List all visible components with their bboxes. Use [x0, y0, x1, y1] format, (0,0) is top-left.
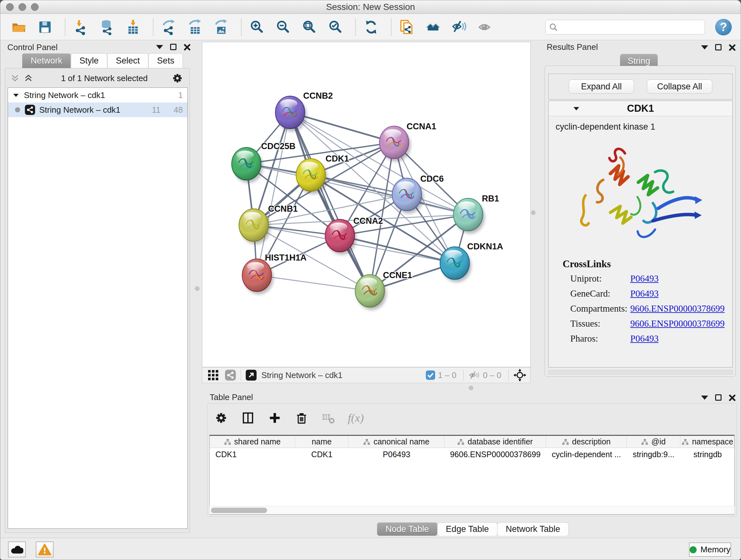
gene-section-header[interactable]: CDK1	[549, 101, 732, 116]
network-row[interactable]: String Network – cdk1 11 48	[8, 103, 187, 117]
tab-network[interactable]: Network	[22, 53, 71, 68]
save-session-icon[interactable]	[36, 18, 54, 36]
table-horizontal-scrollbar[interactable]	[209, 506, 735, 514]
application-window: Session: New Session	[0, 0, 741, 560]
node-label-CDC25B: CDC25B	[261, 141, 295, 151]
collapse-all-icon[interactable]	[11, 74, 19, 82]
toolbar-separator	[463, 369, 464, 381]
import-table-icon[interactable]	[124, 18, 142, 36]
node-label-CCNE1: CCNE1	[383, 270, 412, 280]
table-row[interactable]: CDK1CDK1P064939606.ENSP00000378699cyclin…	[210, 448, 734, 461]
warnings-button[interactable]	[36, 542, 54, 557]
zoom-out-icon[interactable]	[274, 18, 292, 36]
create-column-icon[interactable]	[267, 411, 282, 425]
pharos-link[interactable]: P06493	[630, 333, 659, 344]
tissues-link[interactable]: 9606.ENSP00000378699	[630, 318, 725, 329]
network-collection-row[interactable]: String Network – cdk1 1	[8, 88, 187, 103]
search-input[interactable]	[558, 22, 698, 32]
column-type-icon	[562, 439, 569, 445]
string-view-icon[interactable]	[225, 369, 236, 381]
apply-layout-icon[interactable]	[362, 18, 380, 36]
open-in-window-icon[interactable]	[246, 369, 257, 381]
grid-view-icon[interactable]	[207, 369, 219, 381]
zoom-in-icon[interactable]	[248, 18, 266, 36]
tab-select[interactable]: Select	[107, 53, 148, 68]
bottom-splitter-handle[interactable]	[469, 386, 473, 390]
export-network-icon[interactable]	[160, 18, 178, 36]
panel-menu-icon[interactable]	[701, 45, 708, 50]
panel-float-icon[interactable]	[170, 44, 177, 50]
expand-all-icon[interactable]	[24, 74, 32, 82]
tab-network-table[interactable]: Network Table	[497, 522, 569, 536]
zoom-fit-icon[interactable]	[300, 18, 318, 36]
tab-sets[interactable]: Sets	[148, 53, 183, 68]
right-splitter-handle[interactable]	[531, 210, 536, 215]
function-builder-icon[interactable]: f(x)	[348, 411, 364, 425]
panel-float-icon[interactable]	[715, 44, 722, 51]
cell-description: cyclin-dependent ...	[546, 448, 627, 461]
column-header--id[interactable]: @id	[627, 436, 680, 448]
cell-shared-name: CDK1	[210, 448, 295, 461]
network-view[interactable]: CCNB2CCNA1CDC25BCDK1CDC6RB1CCNB1CCNA2CDK…	[202, 42, 531, 367]
panel-menu-icon[interactable]	[156, 45, 163, 49]
memory-button[interactable]: Memory	[689, 543, 731, 557]
title-bar: Session: New Session	[0, 0, 741, 14]
birds-eye-icon[interactable]	[513, 368, 527, 382]
results-scroll-strip[interactable]	[548, 370, 733, 374]
expand-all-button[interactable]: Expand All	[569, 79, 634, 94]
selected-checkbox-icon[interactable]	[426, 370, 435, 380]
scrollbar-thumb[interactable]	[211, 508, 267, 513]
hidden-eye-icon[interactable]	[468, 370, 480, 380]
tab-style[interactable]: Style	[71, 53, 107, 68]
network-canvas[interactable]: CCNB2CCNA1CDC25BCDK1CDC6RB1CCNB1CCNA2CDK…	[202, 42, 530, 367]
control-panel: Control Panel Network Style Select Sets …	[3, 42, 191, 534]
compartments-link[interactable]: 9606.ENSP00000378699	[630, 303, 725, 314]
node-label-CDK1: CDK1	[326, 154, 349, 164]
first-neighbors-icon[interactable]	[424, 18, 442, 36]
delete-table-icon[interactable]	[321, 411, 336, 425]
export-table-icon[interactable]	[186, 18, 204, 36]
tab-node-table[interactable]: Node Table	[377, 522, 437, 536]
column-header-shared-name[interactable]: shared name	[210, 436, 295, 448]
table-settings-gear-icon[interactable]	[214, 411, 228, 425]
panel-close-icon[interactable]	[729, 394, 735, 401]
memory-status-dot	[690, 546, 697, 553]
column-header-canonical-name[interactable]: canonical name	[348, 436, 445, 448]
new-network-from-selection-icon[interactable]	[398, 18, 416, 36]
column-header-database-identifier[interactable]: database identifier	[445, 436, 546, 448]
panel-close-icon[interactable]	[729, 44, 735, 51]
genecard-link[interactable]: P06493	[630, 288, 659, 299]
hide-selected-icon[interactable]	[450, 18, 468, 36]
gear-icon[interactable]	[171, 72, 184, 84]
left-splitter-handle[interactable]	[195, 287, 199, 291]
panel-float-icon[interactable]	[715, 394, 722, 401]
panel-close-icon[interactable]	[184, 44, 190, 50]
tree-expand-icon[interactable]	[13, 94, 19, 97]
show-columns-icon[interactable]	[241, 411, 255, 425]
column-header-name[interactable]: name	[295, 436, 348, 448]
column-type-icon	[363, 439, 370, 445]
collapse-all-button[interactable]: Collapse All	[647, 79, 712, 94]
help-button[interactable]: ?	[715, 19, 732, 36]
string-results-box: Expand All Collapse All CDK1 cyclin-depe…	[545, 66, 736, 376]
panel-menu-icon[interactable]	[701, 395, 708, 400]
uniprot-link[interactable]: P06493	[630, 273, 659, 284]
column-header-namespace[interactable]: namespace	[680, 436, 735, 448]
tab-edge-table[interactable]: Edge Table	[437, 522, 497, 536]
control-panel-title: Control Panel	[7, 43, 58, 52]
export-image-icon[interactable]	[212, 18, 230, 36]
column-type-icon	[224, 439, 231, 445]
column-header-description[interactable]: description	[546, 436, 627, 448]
window-title: Session: New Session	[0, 0, 741, 14]
main-toolbar: ?	[0, 14, 741, 40]
import-network-database-icon[interactable]	[98, 18, 116, 36]
cloud-button[interactable]	[8, 542, 26, 557]
node-table: shared namenamecanonical namedatabase id…	[209, 435, 735, 515]
zoom-selected-icon[interactable]	[327, 18, 344, 36]
show-all-icon[interactable]	[476, 18, 494, 36]
open-session-icon[interactable]	[10, 18, 28, 36]
network-status-dot	[15, 107, 20, 112]
import-network-file-icon[interactable]	[72, 18, 90, 36]
delete-column-icon[interactable]	[294, 411, 309, 425]
table-panel-title: Table Panel	[210, 392, 253, 402]
